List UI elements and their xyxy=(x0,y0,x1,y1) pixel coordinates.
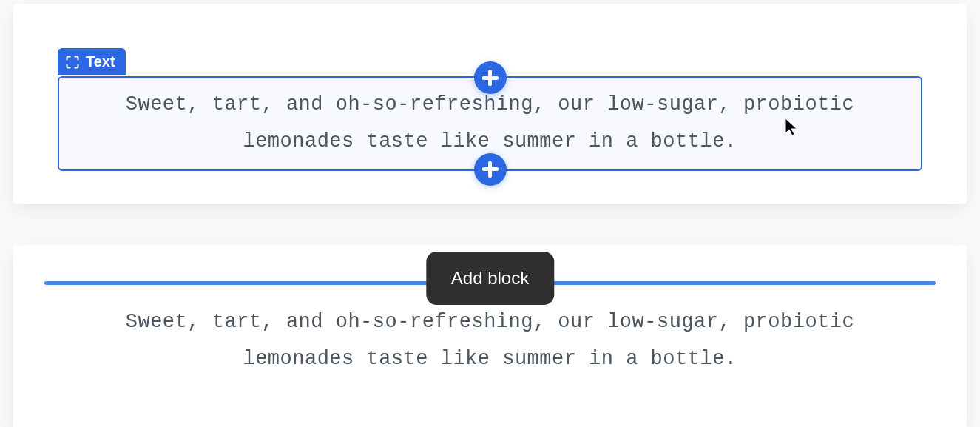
tooltip-label: Add block xyxy=(451,268,529,288)
focus-frame-icon xyxy=(65,55,80,70)
add-block-tooltip[interactable]: Add block xyxy=(426,252,554,305)
editor-card-selected: Text Sweet, tart, and oh-so-refreshing, … xyxy=(13,4,967,204)
add-block-above-button[interactable] xyxy=(474,61,507,94)
text-content[interactable]: Sweet, tart, and oh-so-refreshing, our l… xyxy=(77,87,903,161)
text-block-selected[interactable]: Text Sweet, tart, and oh-so-refreshing, … xyxy=(58,76,922,171)
add-block-below-button[interactable] xyxy=(474,153,507,186)
block-type-text: Text xyxy=(86,53,115,70)
block-type-label: Text xyxy=(58,48,126,75)
text-content[interactable]: Sweet, tart, and oh-so-refreshing, our l… xyxy=(75,304,905,378)
text-block[interactable]: Sweet, tart, and oh-so-refreshing, our l… xyxy=(58,295,922,387)
